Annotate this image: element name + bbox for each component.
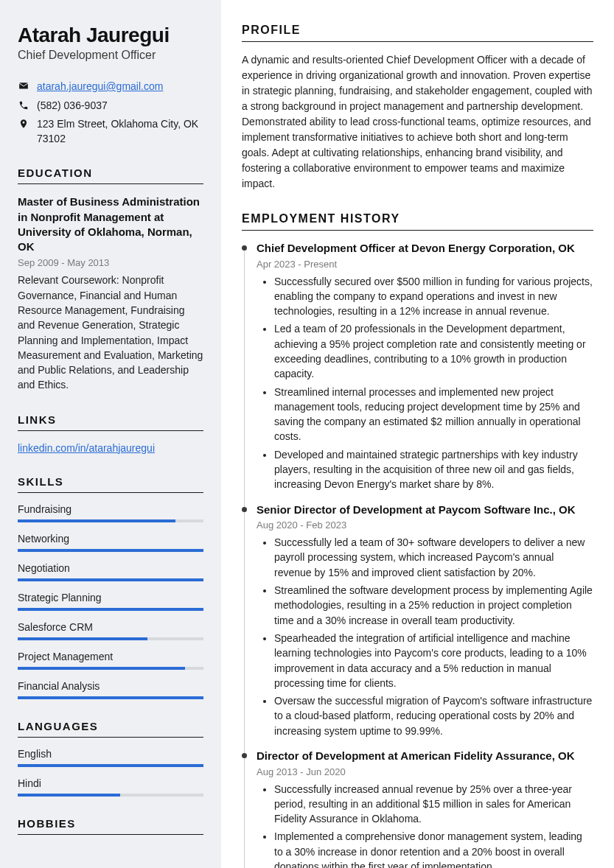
skill-item: English: [18, 748, 203, 767]
skill-item: Salesforce CRM: [18, 621, 203, 640]
job-bullets: Successfully increased annual revenue by…: [257, 782, 593, 868]
skill-fill: [18, 578, 203, 581]
skills-list: FundraisingNetworkingNegotiationStrategi…: [18, 503, 203, 699]
job-dates: Apr 2023 - Present: [257, 259, 593, 270]
job-bullet: Streamlined the software development pro…: [274, 583, 593, 628]
skill-label: Financial Analysis: [18, 680, 203, 692]
skill-item: Financial Analysis: [18, 680, 203, 699]
skill-fill: [18, 519, 175, 522]
job-bullet: Successfully secured over $500 million i…: [274, 274, 593, 319]
divider: [242, 41, 593, 42]
links-header: LINKS: [18, 413, 203, 426]
job-bullet: Successfully led a team of 30+ software …: [274, 535, 593, 580]
skill-label: Networking: [18, 533, 203, 545]
education-header: EDUCATION: [18, 167, 203, 179]
skill-label: English: [18, 748, 203, 760]
job-dates: Aug 2013 - Jun 2020: [257, 766, 593, 777]
education-dates: Sep 2009 - May 2013: [18, 257, 203, 268]
languages-list: EnglishHindi: [18, 748, 203, 797]
skill-bar: [18, 608, 203, 611]
job-title: Chief Development Officer at Devon Energ…: [257, 241, 593, 256]
job-bullet: Led a team of 20 professionals in the De…: [274, 321, 593, 381]
divider: [18, 737, 203, 738]
skill-bar: [18, 667, 203, 670]
phone-text: (582) 036-9037: [37, 99, 108, 113]
job-bullet: Developed and maintained strategic partn…: [274, 447, 593, 492]
skill-fill: [18, 764, 203, 767]
person-name: Atarah Jauregui: [18, 24, 203, 47]
education-degree: Master of Business Administration in Non…: [18, 195, 203, 254]
divider: [18, 834, 203, 835]
skill-bar: [18, 519, 203, 522]
job-bullet: Oversaw the successful migration of Payc…: [274, 693, 593, 738]
phone-icon: [18, 99, 29, 111]
skill-bar: [18, 578, 203, 581]
employment-timeline: Chief Development Officer at Devon Energ…: [242, 241, 593, 868]
skill-item: Networking: [18, 533, 203, 552]
skill-item: Strategic Planning: [18, 592, 203, 611]
sidebar: Atarah Jauregui Chief Development Office…: [0, 0, 221, 868]
skill-fill: [18, 608, 203, 611]
hobbies-header: HOBBIES: [18, 817, 203, 830]
job-entry: Chief Development Officer at Devon Energ…: [257, 241, 593, 492]
contact-address: 123 Elm Street, Oklahoma City, OK 73102: [18, 117, 203, 146]
person-title: Chief Development Officer: [18, 49, 203, 62]
job-bullets: Successfully secured over $500 million i…: [257, 274, 593, 492]
skill-item: Negotiation: [18, 562, 203, 581]
skill-fill: [18, 794, 120, 797]
skill-label: Fundraising: [18, 503, 203, 515]
skill-label: Salesforce CRM: [18, 621, 203, 633]
envelope-icon: [18, 80, 29, 91]
skill-bar: [18, 696, 203, 699]
skill-label: Hindi: [18, 777, 203, 789]
location-icon: [18, 117, 29, 129]
skill-fill: [18, 637, 147, 640]
job-bullet: Streamlined internal processes and imple…: [274, 385, 593, 444]
profile-text: A dynamic and results-oriented Chief Dev…: [242, 52, 593, 192]
job-bullet: Implemented a comprehensive donor manage…: [274, 829, 593, 868]
main-content: PROFILE A dynamic and results-oriented C…: [221, 0, 614, 868]
skill-bar: [18, 637, 203, 640]
contact-phone: (582) 036-9037: [18, 99, 203, 113]
skill-bar: [18, 549, 203, 552]
skill-item: Hindi: [18, 777, 203, 797]
divider: [242, 230, 593, 231]
languages-header: LANGUAGES: [18, 720, 203, 732]
divider: [18, 492, 203, 493]
skill-bar: [18, 764, 203, 767]
job-entry: Director of Development at American Fide…: [257, 749, 593, 868]
employment-header: EMPLOYMENT HISTORY: [242, 212, 593, 225]
job-bullet: Spearheaded the integration of artificia…: [274, 631, 593, 690]
address-text: 123 Elm Street, Oklahoma City, OK 73102: [37, 117, 203, 146]
contact-email: atarah.jauregui@gmail.com: [18, 80, 203, 94]
skill-fill: [18, 549, 203, 552]
linkedin-link[interactable]: linkedin.com/in/atarahjauregui: [18, 442, 155, 454]
job-title: Director of Development at American Fide…: [257, 749, 593, 763]
profile-header: PROFILE: [242, 24, 593, 37]
skill-item: Project Management: [18, 651, 203, 670]
job-title: Senior Director of Development at Paycom…: [257, 503, 593, 517]
email-link[interactable]: atarah.jauregui@gmail.com: [37, 80, 163, 94]
job-bullets: Successfully led a team of 30+ software …: [257, 535, 593, 738]
skills-header: SKILLS: [18, 475, 203, 488]
education-coursework: Relevant Coursework: Nonprofit Governanc…: [18, 273, 203, 392]
job-bullet: Successfully increased annual revenue by…: [274, 782, 593, 827]
skill-label: Negotiation: [18, 562, 203, 574]
divider: [18, 183, 203, 184]
divider: [18, 430, 203, 431]
skill-label: Project Management: [18, 651, 203, 662]
skill-bar: [18, 794, 203, 797]
job-entry: Senior Director of Development at Paycom…: [257, 503, 593, 738]
skill-fill: [18, 667, 185, 670]
skill-label: Strategic Planning: [18, 592, 203, 603]
skill-fill: [18, 696, 203, 699]
skill-item: Fundraising: [18, 503, 203, 522]
job-dates: Aug 2020 - Feb 2023: [257, 519, 593, 531]
